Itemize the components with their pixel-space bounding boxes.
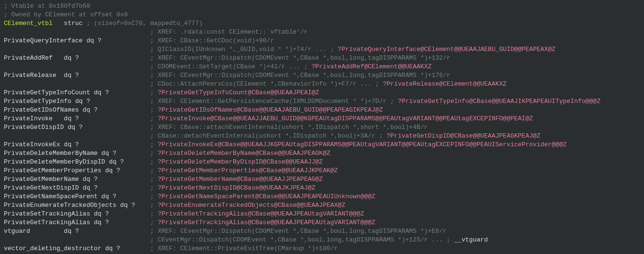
token-xref: ;: [150, 167, 158, 174]
token-type: dq ?: [64, 141, 79, 148]
code-line[interactable]: PrivateDeleteMemberByDispID dq ? ; ?Priv…: [4, 158, 640, 166]
code-line[interactable]: ; Owned by CElement at offset 0x0: [4, 11, 640, 19]
token-mangled: ?PrivateRelease@CElement@@UEAAKXZ: [383, 80, 506, 88]
token-mangled: ?PrivateGetTypeInfoCount@CBase@@UEAAJPEA…: [158, 89, 319, 96]
token-field: PrivateGetIDsOfNames: [4, 106, 79, 114]
token-norm: [124, 158, 151, 165]
token-mangled: ?PrivateGetNameSpaceParent@CBase@@UEAAJP…: [158, 193, 375, 200]
token-field: PrivateDeleteMemberByName: [4, 150, 98, 157]
token-xref: ; CDoc::AttachPeersCss(CElement *,CBehav…: [150, 80, 383, 88]
token-xref: ;: [150, 176, 158, 183]
token-dim: ; (sizeof=0xC70, mappedto_4777): [87, 20, 203, 27]
token-type: dq ?: [83, 184, 98, 191]
token-norm: [79, 176, 83, 183]
code-line[interactable]: PrivateGetMemberProperties dq ? ; ?Priva…: [4, 166, 640, 175]
token-type: dq ?: [64, 228, 79, 235]
token-norm: [109, 210, 150, 217]
token-mangled: ?PrivateEnumerateTrackedObjects@CBase@@U…: [158, 202, 345, 209]
token-norm: [98, 150, 101, 157]
code-line[interactable]: PrivateQueryInterface dq ? ; XREF: CBase…: [4, 37, 640, 45]
code-line[interactable]: vtguard dq ? ; XREF: CEventMgr::Dispatch…: [4, 227, 640, 236]
token-type: dq ?: [64, 72, 79, 79]
code-line[interactable]: PrivateGetNameSpaceParent dq ? ; ?Privat…: [4, 192, 640, 201]
code-line[interactable]: PrivateSetTrackingAlias dq ? ; ?PrivateS…: [4, 210, 640, 218]
token-norm: [4, 63, 150, 70]
token-field: PrivateGetTypeInfo: [4, 98, 71, 105]
code-line[interactable]: PrivateGetIDsOfNames dq ? ; ?PrivateGetI…: [4, 106, 640, 114]
token-xref: ; XREF: .rdata:const CElement::`vftable'…: [150, 28, 308, 36]
token-xref: ; XREF: CEventMgr::Dispatch(CDOMEvent *,…: [150, 72, 450, 79]
token-xref: ;: [150, 106, 158, 114]
token-type: dq ?: [105, 245, 120, 252]
token-norm: [90, 98, 150, 105]
code-line[interactable]: ; CBase::detachEventInternal(ushort *,ID…: [4, 132, 640, 140]
token-mangled: ?PrivateGetDispID@CBase@@UEAAJPEAGKPEAJ@…: [387, 132, 541, 140]
token-norm: [83, 37, 87, 44]
token-field: PrivateInvokeEx: [4, 141, 60, 148]
token-mangled: ?PrivateGetNextDispID@CBase@@UEAAJKJPEAJ…: [158, 184, 316, 191]
token-type: dq ?: [94, 210, 109, 217]
token-mangled: ?PrivateSetTrackingAlias@CBase@@UEAAJPEA…: [158, 210, 364, 217]
token-mangled: ?PrivateGetIDsOfNames@CBase@@UEAAJAEBU_G…: [158, 106, 383, 114]
token-norm: [116, 193, 150, 200]
token-norm: [98, 106, 150, 114]
code-line[interactable]: ; CDOMEvent::SetTarget(CBase *)+41/r ...…: [4, 63, 640, 71]
token-mangled: ?PrivateGetMemberName@CBase@@UEAAJJPEAPE…: [158, 176, 323, 183]
code-line[interactable]: PrivateGetTrackingAlias dq ? ; ?PrivateG…: [4, 218, 640, 227]
token-norm: [79, 106, 83, 114]
token-field: PrivateGetTypeInfoCount: [4, 89, 90, 96]
token-norm: [56, 72, 64, 79]
token-type: dq ?: [83, 106, 98, 114]
code-line[interactable]: PrivateGetMemberName dq ? ; ?PrivateGetM…: [4, 175, 640, 184]
token-norm: [79, 54, 150, 62]
token-norm: [83, 124, 150, 131]
token-type: dq ?: [105, 167, 120, 174]
code-line[interactable]: PrivateInvokeEx dq ? ; ?PrivateInvokeEx@…: [4, 140, 640, 149]
code-line[interactable]: PrivateEnumerateTrackedObjects dq ? ; ?P…: [4, 201, 640, 210]
token-xref: ;: [150, 219, 158, 226]
token-type: dq ?: [87, 37, 101, 44]
token-xref: ;: [150, 193, 158, 200]
token-mangled: ?PrivateDeleteMemberByDispID@CBase@@UEAA…: [158, 158, 323, 165]
token-norm: [116, 202, 120, 209]
token-norm: [135, 202, 150, 209]
token-xref: ; XREF: CBase::attachEventInternal(ushor…: [150, 124, 428, 131]
token-type: dq ?: [94, 89, 109, 96]
token-xref: ; QIClassID(IUnknown *,_GUID,void * *)+7…: [150, 46, 338, 53]
token-norm: [79, 115, 150, 122]
code-line[interactable]: ; XREF: .rdata:const CElement::`vftable'…: [4, 28, 640, 37]
token-norm: [4, 46, 150, 53]
token-type: dq ?: [64, 54, 79, 62]
token-xref: ; XREF: CEventMgr::Dispatch(CDOMEvent *,…: [150, 54, 450, 62]
code-line[interactable]: ; CDoc::AttachPeersCss(CElement *,CBehav…: [4, 80, 640, 89]
token-mangled: ?PrivateInvokeEx@CBase@@UEAAJJKGPEAUtagD…: [158, 141, 567, 148]
token-xref: ;: [150, 210, 158, 217]
token-mangled: ?PrivateGetTypeInfo@CBase@@UEAAJIKPEAPEA…: [398, 98, 600, 105]
token-field: PrivateGetTrackingAlias: [4, 219, 90, 226]
token-norm: [79, 141, 150, 148]
code-line[interactable]: ; QIClassID(IUnknown *,_GUID,void * *)+7…: [4, 45, 640, 54]
code-line[interactable]: PrivateAddRef dq ? ; XREF: CEventMgr::Di…: [4, 54, 640, 63]
token-def: CElement_vtbl: [4, 20, 52, 27]
disassembly-listing[interactable]: ; Vtable at 0x180fd7b60; Owned by CEleme…: [0, 0, 644, 254]
token-field: PrivateAddRef: [4, 54, 52, 62]
code-line[interactable]: PrivateGetTypeInfo dq ? ; XREF: CElement…: [4, 97, 640, 106]
code-line[interactable]: CElement_vtbl struc ; (sizeof=0xC70, map…: [4, 19, 640, 28]
code-line[interactable]: PrivateDeleteMemberByName dq ? ; ?Privat…: [4, 149, 640, 158]
code-line[interactable]: PrivateGetDispID dq ? ; XREF: CBase::att…: [4, 123, 640, 132]
token-norm: [79, 72, 150, 79]
code-line[interactable]: vector_deleting_destructor dq ? ; XREF: …: [4, 244, 640, 253]
code-line[interactable]: PrivateGetNextDispID dq ? ; ?PrivateGetN…: [4, 184, 640, 192]
code-line[interactable]: PrivateInvoke dq ? ; ?PrivateInvoke@CBas…: [4, 114, 640, 123]
code-line[interactable]: ; Vtable at 0x180fd7b60: [4, 2, 640, 11]
token-xref: ; CDOMEvent::SetTarget(CBase *)+41/r ...…: [150, 63, 311, 70]
code-line[interactable]: PrivateRelease dq ? ; XREF: CEventMgr::D…: [4, 71, 640, 80]
token-field: PrivateGetNextDispID: [4, 184, 79, 191]
code-line[interactable]: PrivateGetTypeInfoCount dq ? ; ?PrivateG…: [4, 89, 640, 97]
token-field: __vtguard: [454, 236, 488, 243]
token-norm: [4, 132, 150, 140]
token-field: PrivateDeleteMemberByDispID: [4, 158, 105, 165]
token-type: dq ?: [109, 158, 124, 165]
code-line[interactable]: ; CEventMgr::Dispatch(CDOMEvent *,CBase …: [4, 236, 640, 244]
token-field: PrivateGetNameSpaceParent: [4, 193, 98, 200]
